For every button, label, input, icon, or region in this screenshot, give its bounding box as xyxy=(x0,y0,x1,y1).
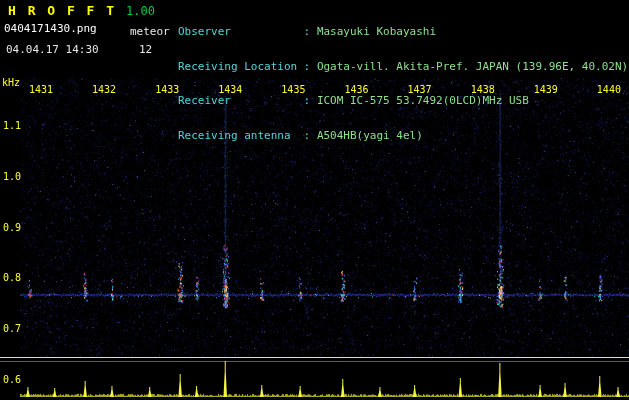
info-label: Receiving Location xyxy=(178,61,297,73)
frequency-tick-label: 1.1 xyxy=(3,120,21,131)
mode-label: meteor xyxy=(130,25,170,38)
info-line-location: Receiving Location : Ogata-vill. Akita-P… xyxy=(178,61,628,73)
info-label: Receiving antenna xyxy=(178,130,297,142)
time-tick-label: 1440 xyxy=(597,84,621,95)
info-colon: : xyxy=(297,60,317,73)
time-tick-label: 1439 xyxy=(534,84,558,95)
frequency-tick-label: 0.9 xyxy=(3,222,21,233)
info-colon: : xyxy=(297,129,317,142)
echo-count: 12 xyxy=(139,43,152,56)
frequency-axis: 1.11.00.90.80.70.6 xyxy=(0,0,22,400)
info-value: Masayuki Kobayashi xyxy=(317,25,436,38)
info-value: A504HB(yagi 4el) xyxy=(317,129,423,142)
info-line-antenna: Receiving antenna : A504HB(yagi 4el) xyxy=(178,130,628,142)
info-label: Observer xyxy=(178,26,297,38)
info-value: Ogata-vill. Akita-Pref. JAPAN (139.96E, … xyxy=(317,60,628,73)
hrofft-output: H R O F F T 1.00 0404171430.png meteor 0… xyxy=(0,0,629,400)
time-axis: 1431143214331434143514361437143814391440 xyxy=(0,84,629,96)
time-tick-label: 1438 xyxy=(471,84,495,95)
frequency-tick-label: 0.8 xyxy=(3,272,21,283)
info-label: Receiver xyxy=(178,95,297,107)
frequency-tick-label: 1.0 xyxy=(3,171,21,182)
app-title: H R O F F T xyxy=(8,3,116,18)
frequency-tick-label: 0.6 xyxy=(3,374,21,385)
app-version: 1.00 xyxy=(126,4,155,18)
info-colon: : xyxy=(297,25,317,38)
time-tick-label: 1434 xyxy=(218,84,242,95)
info-line-receiver: Receiver : ICOM IC-575 53.7492(0LCD)MHz … xyxy=(178,95,628,107)
time-tick-label: 1437 xyxy=(408,84,432,95)
info-line-observer: Observer : Masayuki Kobayashi xyxy=(178,26,628,38)
time-tick-label: 1436 xyxy=(344,84,368,95)
time-tick-label: 1432 xyxy=(92,84,116,95)
frequency-tick-label: 0.7 xyxy=(3,323,21,334)
time-tick-label: 1435 xyxy=(281,84,305,95)
time-tick-label: 1431 xyxy=(29,84,53,95)
time-tick-label: 1433 xyxy=(155,84,179,95)
